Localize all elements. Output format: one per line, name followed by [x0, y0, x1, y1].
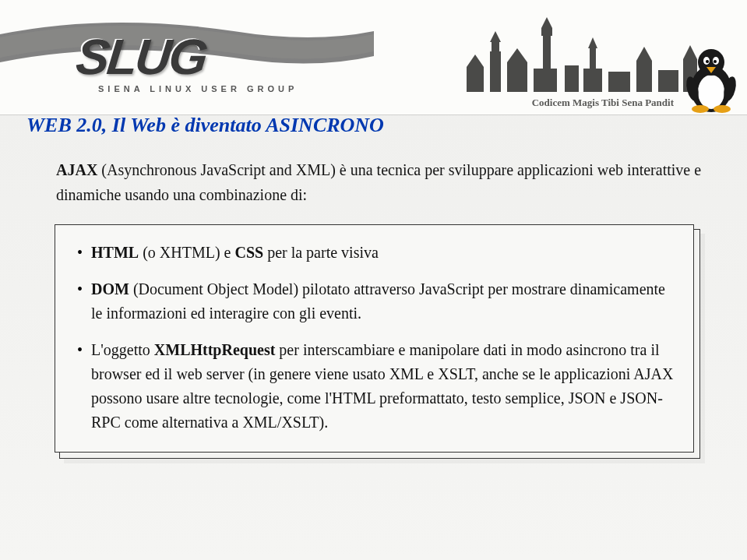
svg-rect-2 [490, 51, 501, 92]
svg-rect-15 [608, 72, 630, 92]
logo-area: SLUG SIENA LINUX USER GROUP [0, 0, 374, 115]
svg-rect-7 [534, 69, 557, 92]
svg-rect-12 [583, 69, 602, 92]
svg-point-26 [706, 60, 709, 63]
banner-right: Codicem Magis Tibi Sena Pandit [389, 0, 747, 115]
bullet-3: L'oggetto XMLHttpRequest per interscambi… [77, 338, 675, 435]
slide-content: WEB 2.0, Il Web è diventato ASINCRONO AJ… [0, 107, 747, 459]
bullet-3-bold1: XMLHttpRequest [154, 341, 276, 358]
svg-marker-14 [588, 37, 597, 48]
svg-marker-10 [541, 17, 552, 28]
header-banner: SLUG SIENA LINUX USER GROUP [0, 0, 747, 115]
penguin-icon [680, 44, 742, 114]
bullet-1-t2: per la parte visiva [263, 244, 379, 261]
bullet-box-shadow: HTML (o XHTML) e CSS per la parte visiva… [59, 229, 700, 459]
svg-rect-13 [590, 48, 596, 70]
svg-rect-18 [658, 70, 678, 92]
svg-marker-6 [507, 48, 527, 62]
svg-rect-3 [492, 42, 499, 53]
svg-rect-9 [541, 28, 552, 36]
svg-rect-0 [467, 67, 484, 92]
svg-rect-8 [543, 34, 551, 70]
svg-point-22 [698, 75, 724, 109]
svg-rect-16 [636, 61, 652, 92]
bullet-2-bold1: DOM [91, 280, 129, 298]
bullet-1-bold1: HTML [91, 244, 139, 261]
bullet-1: HTML (o XHTML) e CSS per la parte visiva [77, 241, 675, 265]
bullet-2-t1: (Document Object Model) pilotato attrave… [91, 280, 665, 322]
bullet-1-bold2: CSS [234, 244, 263, 261]
bullet-1-t1: (o XHTML) e [139, 244, 234, 261]
logo-subtitle: SIENA LINUX USER GROUP [98, 84, 298, 93]
logo-text: SLUG [73, 28, 209, 86]
svg-rect-11 [565, 65, 579, 92]
bullet-2: DOM (Document Object Model) pilotato att… [77, 277, 675, 326]
slide-title: WEB 2.0, Il Web è diventato ASINCRONO [26, 114, 721, 137]
svg-rect-5 [507, 62, 527, 92]
svg-point-27 [714, 60, 717, 63]
bullet-box: HTML (o XHTML) e CSS per la parte visiva… [55, 224, 694, 453]
intro-paragraph: AJAX (Asynchronous JavaScript and XML) è… [56, 157, 706, 207]
svg-marker-4 [490, 31, 501, 42]
intro-rest: (Asynchronous JavaScript and XML) è una … [56, 161, 701, 203]
svg-marker-1 [467, 55, 484, 67]
bullet-3-t0: L'oggetto [91, 341, 154, 358]
intro-bold: AJAX [56, 161, 97, 178]
svg-marker-17 [636, 47, 652, 61]
